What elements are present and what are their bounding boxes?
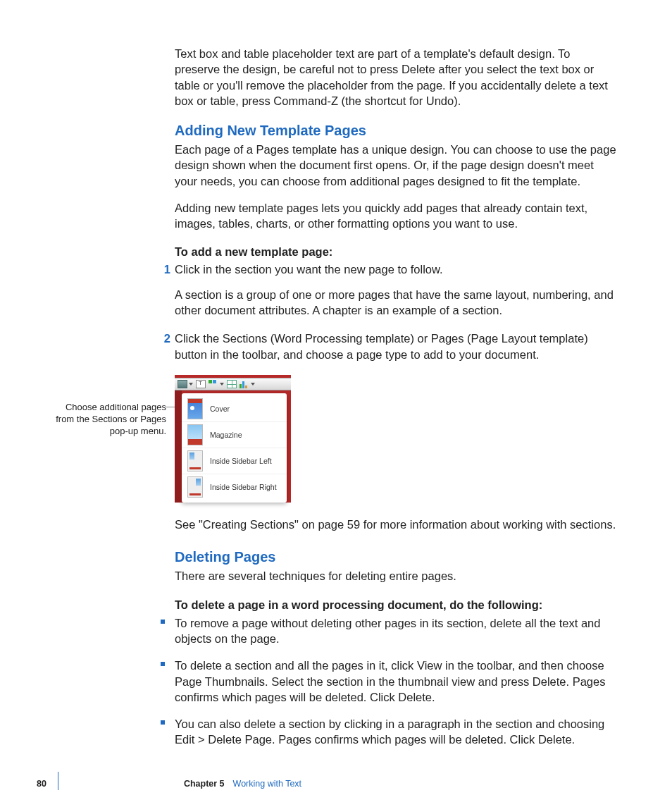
add-steps-list: 1 Click in the section you want the new … — [175, 261, 618, 362]
step-1: 1 Click in the section you want the new … — [175, 261, 618, 319]
figure-wrap: Choose additional pages from the Section… — [175, 375, 618, 503]
main-content: Text box and table placeholder text are … — [175, 46, 618, 748]
menu-item-magazine[interactable]: Magazine — [182, 422, 287, 448]
menu-label: Magazine — [210, 430, 242, 440]
chapter-title: Working with Text — [233, 778, 302, 790]
menu-item-inside-sidebar-right[interactable]: Inside Sidebar Right — [182, 474, 287, 500]
bullet-1-text: To remove a page without deleting other … — [175, 617, 600, 645]
step-2: 2 Click the Sections (Word Processing te… — [175, 331, 618, 362]
bullet-3-text: You can also delete a section by clickin… — [175, 717, 604, 746]
callout-text: Choose additional pages from the Section… — [56, 402, 166, 436]
bullet-icon — [161, 662, 165, 666]
dropdown-icon — [189, 383, 193, 386]
sections-icon — [178, 380, 187, 388]
sections-menu-figure: Cover Magazine Inside Sidebar Left Insid… — [175, 375, 291, 503]
bullet-icon — [161, 620, 165, 624]
menu-label: Inside Sidebar Right — [210, 482, 277, 492]
section-heading-deleting: Deleting Pages — [175, 548, 618, 567]
delete-bullets: To remove a page without deleting other … — [175, 615, 618, 748]
dropdown-icon — [251, 383, 255, 386]
adding-p2: Adding new template pages lets you quick… — [175, 200, 618, 232]
deleting-p1: There are several techniques for deletin… — [175, 568, 618, 584]
step-number: 1 — [155, 261, 170, 277]
task-heading-delete: To delete a page in a word processing do… — [175, 597, 618, 612]
page-number: 80 — [37, 778, 46, 790]
bullet-2: To delete a section and all the pages in… — [175, 658, 618, 705]
document-page: Text box and table placeholder text are … — [0, 0, 672, 807]
step-number: 2 — [155, 331, 170, 346]
menu-item-cover[interactable]: Cover — [182, 396, 287, 422]
figure-red-stripe — [175, 390, 182, 503]
menu-item-inside-sidebar-left[interactable]: Inside Sidebar Left — [182, 448, 287, 474]
bullet-icon — [161, 720, 165, 725]
bullet-2-text: To delete a section and all the pages in… — [175, 659, 605, 703]
intro-paragraph: Text box and table placeholder text are … — [175, 46, 618, 109]
bullet-3: You can also delete a section by clickin… — [175, 716, 618, 748]
table-icon — [227, 380, 237, 388]
shapes-icon — [209, 380, 218, 388]
step-1-text: Click in the section you want the new pa… — [175, 261, 618, 277]
figure-callout: Choose additional pages from the Section… — [54, 402, 166, 438]
after-figure-paragraph: See "Creating Sections" on page 59 for m… — [175, 517, 618, 532]
sections-popup-menu[interactable]: Cover Magazine Inside Sidebar Left Insid… — [182, 393, 287, 503]
chapter-label: Chapter 5 — [184, 778, 225, 790]
thumbnail-sidebar-right — [187, 476, 203, 498]
dropdown-icon — [220, 383, 224, 386]
page-footer: 80 Chapter 5 Working with Text — [37, 775, 301, 793]
figure-toolbar — [175, 378, 291, 390]
textbox-icon — [196, 380, 206, 388]
menu-label: Cover — [210, 404, 230, 414]
thumbnail-cover — [187, 398, 203, 419]
step-1-sub: A section is a group of one or more page… — [175, 287, 618, 319]
bullet-1: To remove a page without deleting other … — [175, 615, 618, 647]
thumbnail-sidebar-left — [187, 450, 203, 472]
section-heading-adding: Adding New Template Pages — [175, 121, 618, 140]
task-heading-add: To add a new template page: — [175, 244, 618, 259]
thumbnail-magazine — [187, 424, 203, 445]
adding-p1: Each page of a Pages template has a uniq… — [175, 142, 618, 189]
step-2-text: Click the Sections (Word Processing temp… — [175, 331, 618, 362]
chart-icon — [239, 380, 249, 388]
footer-separator — [58, 772, 58, 790]
menu-label: Inside Sidebar Left — [210, 456, 272, 466]
